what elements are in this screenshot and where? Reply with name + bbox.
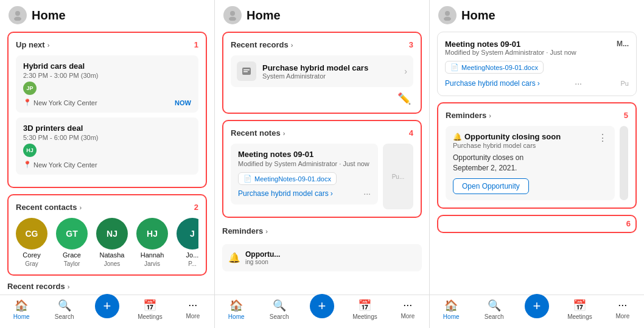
svg-point-8 bbox=[444, 17, 451, 21]
reminders-content-3: 🔔 Opportunity closing soon Purchase hybr… bbox=[446, 126, 628, 200]
record-sub-2: System Administrator bbox=[262, 72, 368, 80]
meeting-location-2: 📍 New York City Center bbox=[23, 161, 97, 169]
edit-icon-2[interactable]: ✏️ bbox=[397, 92, 411, 105]
meeting-title-2: 3D printers deal bbox=[23, 124, 191, 133]
reminder-preview-text: Opportu... ing soon bbox=[245, 250, 280, 265]
file-badge[interactable]: 📄 MeetingNotes-09-01.docx bbox=[238, 172, 337, 185]
nav-more-1[interactable]: ··· More bbox=[172, 299, 214, 323]
fab-button-3[interactable]: + bbox=[525, 294, 549, 318]
doc-icon: 📄 bbox=[243, 175, 252, 183]
nav-meetings-3[interactable]: 📅 Meetings bbox=[558, 299, 601, 323]
nav-meetings-label-1: Meetings bbox=[138, 313, 163, 320]
fab-button-1[interactable]: + bbox=[95, 294, 119, 318]
recent-records-row: Recent records › bbox=[7, 282, 207, 291]
nav-more-3[interactable]: ··· More bbox=[601, 299, 644, 323]
nav-meetings-label-2: Meetings bbox=[352, 313, 377, 320]
meeting-notes-sub: Modified by System Administrator · Just … bbox=[445, 49, 576, 56]
reminders-chevron-2: › bbox=[265, 228, 268, 235]
contacts-chevron: › bbox=[79, 204, 82, 211]
bottom-nav-3: 🏠 Home 🔍 Search + 📅 Meetings ··· More bbox=[430, 295, 644, 328]
meeting-avatar-2: HJ bbox=[23, 144, 37, 157]
nav-fab-1[interactable]: + bbox=[86, 294, 128, 318]
nav-more-2[interactable]: ··· More bbox=[387, 299, 429, 323]
reminder-info: 🔔 Opportunity closing soon Purchase hybr… bbox=[453, 132, 561, 149]
record-text-2: Purchase hybrid model cars System Admini… bbox=[262, 63, 368, 80]
contacts-badge: 2 bbox=[194, 203, 198, 212]
nav-home-label-1: Home bbox=[13, 313, 30, 320]
reminders-chevron-3: › bbox=[489, 112, 491, 119]
link-row: Purchase hybrid model cars › ··· bbox=[238, 189, 371, 198]
dots-menu[interactable]: ··· bbox=[363, 189, 371, 198]
open-opportunity-button[interactable]: Open Opportunity bbox=[453, 178, 529, 194]
reminder-dots[interactable]: ⋮ bbox=[598, 132, 607, 144]
now-badge: NOW bbox=[175, 99, 191, 106]
meeting-notes-badge: M... bbox=[617, 40, 629, 56]
meeting-item-1[interactable]: Hybrid cars deal 2:30 PM - 3:00 PM (30m)… bbox=[16, 55, 198, 113]
header-2: Home bbox=[215, 0, 429, 28]
contact-name-gt: Grace bbox=[63, 251, 81, 259]
contact-gt[interactable]: GT Grace Taylor bbox=[56, 218, 88, 267]
header-3: Home bbox=[430, 0, 644, 28]
contact-avatar-gt: GT bbox=[56, 218, 88, 249]
notes-badge: 4 bbox=[409, 128, 413, 138]
file-name: MeetingNotes-09-01.docx bbox=[254, 175, 331, 183]
meeting-footer-2: 📍 New York City Center bbox=[23, 161, 191, 169]
nav-fab-2[interactable]: + bbox=[301, 294, 343, 318]
notes-header: Recent notes › 4 bbox=[231, 128, 413, 138]
page-title-1: Home bbox=[32, 9, 66, 23]
meeting-notes-card: Meeting notes 09-01 Modified by System A… bbox=[437, 32, 637, 96]
note-footer: 📄 MeetingNotes-09-01.docx bbox=[238, 172, 371, 185]
reminder-preview-sub: ing soon bbox=[245, 259, 280, 265]
nav-meetings-1[interactable]: 📅 Meetings bbox=[128, 299, 171, 323]
contact-name-cg: Corey bbox=[23, 251, 40, 259]
nav-search-1[interactable]: 🔍 Search bbox=[43, 299, 85, 323]
contact-hj[interactable]: HJ Hannah Jarvis bbox=[136, 218, 168, 267]
nav-search-label-2: Search bbox=[270, 313, 289, 320]
reminder-preview-2: 🔔 Opportu... ing soon bbox=[222, 244, 422, 271]
contact-avatar-hj: HJ bbox=[136, 218, 168, 249]
meeting-notes-link[interactable]: Purchase hybrid model cars › bbox=[445, 79, 540, 88]
record-item-2[interactable]: Purchase hybrid model cars System Admini… bbox=[231, 55, 413, 87]
reminders-row-2: Reminders › bbox=[222, 224, 422, 238]
notes-chevron: › bbox=[283, 130, 285, 137]
reminder-title-row: 🔔 Opportunity closing soon bbox=[453, 132, 561, 141]
svg-point-3 bbox=[229, 17, 236, 21]
contact-cg[interactable]: CG Corey Gray bbox=[16, 218, 47, 267]
contact-j[interactable]: J Jo... P... bbox=[177, 218, 198, 267]
meeting-notes-file-badge[interactable]: 📄 MeetingNotes-09-01.docx bbox=[445, 61, 544, 74]
meeting-time-2: 5:30 PM - 6:00 PM (30m) bbox=[23, 134, 191, 141]
nav-home-1[interactable]: 🏠 Home bbox=[0, 299, 43, 323]
reminders-header-3: Reminders › 5 bbox=[446, 111, 628, 120]
recent-records-chevron: › bbox=[68, 283, 70, 290]
contact-last-cg: Gray bbox=[25, 260, 38, 267]
records-title-2: Recent records bbox=[231, 40, 289, 49]
meeting-notes-dots[interactable]: ··· bbox=[575, 79, 582, 88]
nav-fab-3[interactable]: + bbox=[516, 294, 558, 318]
notes-title: Recent notes bbox=[231, 128, 281, 138]
recent-contacts-card: Recent contacts › 2 CG Corey Gray GT Gra… bbox=[7, 194, 207, 276]
contact-avatar-nj: NJ bbox=[96, 218, 128, 249]
nav-meetings-2[interactable]: 📅 Meetings bbox=[343, 299, 386, 323]
meeting-notes-title: Meeting notes 09-01 bbox=[445, 40, 576, 49]
meeting-footer-1: 📍 New York City Center NOW bbox=[23, 99, 191, 106]
bell-icon: 🔔 bbox=[228, 252, 240, 263]
nav-home-label-2: Home bbox=[228, 313, 245, 320]
nav-meetings-label-3: Meetings bbox=[567, 313, 592, 320]
link-label[interactable]: Purchase hybrid model cars › bbox=[238, 189, 333, 198]
contact-nj[interactable]: NJ Natasha Jones bbox=[96, 218, 128, 267]
note-item[interactable]: Meeting notes 09-01 Modified by System A… bbox=[231, 144, 378, 204]
meeting-item-2[interactable]: 3D printers deal 5:30 PM - 6:00 PM (30m)… bbox=[16, 117, 198, 175]
nav-search-3[interactable]: 🔍 Search bbox=[472, 299, 515, 323]
nav-search-2[interactable]: 🔍 Search bbox=[257, 299, 300, 323]
nav-home-2[interactable]: 🏠 Home bbox=[215, 299, 257, 323]
page-title-2: Home bbox=[247, 9, 281, 23]
nav-home-3[interactable]: 🏠 Home bbox=[430, 299, 472, 323]
meetings-icon-1: 📅 bbox=[143, 299, 156, 312]
meeting-notes-row: Meeting notes 09-01 Modified by System A… bbox=[445, 40, 629, 56]
svg-point-1 bbox=[14, 17, 21, 21]
contact-avatar-cg: CG bbox=[16, 218, 47, 249]
fab-button-2[interactable]: + bbox=[310, 294, 334, 318]
notes-row: Meeting notes 09-01 Modified by System A… bbox=[231, 144, 413, 209]
reminder-sub: Purchase hybrid model cars bbox=[453, 142, 561, 149]
reminder-header-item: 🔔 Opportunity closing soon Purchase hybr… bbox=[453, 132, 607, 149]
